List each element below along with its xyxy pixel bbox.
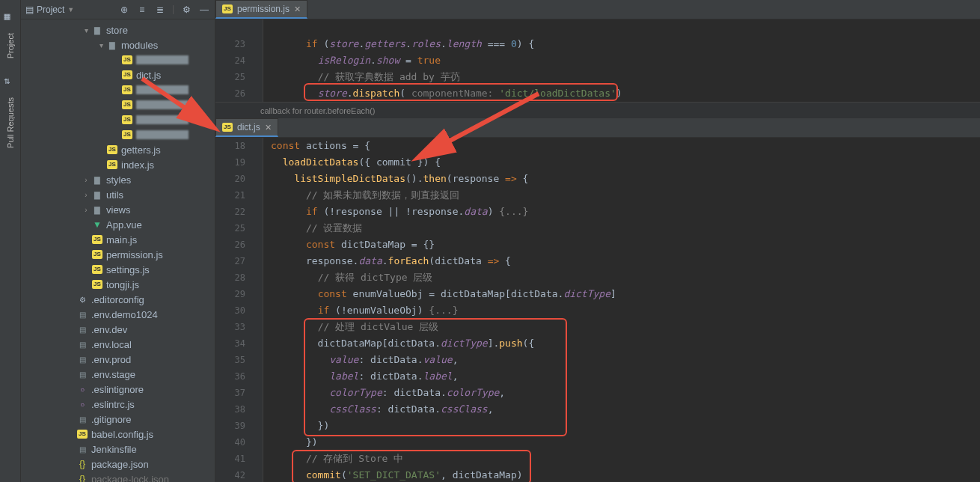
code-line[interactable]: value: dictData.value,: [271, 352, 980, 368]
tree-node[interactable]: JStongji.js: [21, 277, 215, 292]
code-line[interactable]: response.data.forEach(dictData => {: [271, 253, 980, 269]
tree-node[interactable]: ○.eslintrc.js: [21, 397, 215, 412]
locate-icon[interactable]: ⊕: [118, 4, 130, 16]
tree-node[interactable]: JSdict.js: [21, 67, 215, 82]
tree-node[interactable]: ○.eslintignore: [21, 382, 215, 397]
settings-icon[interactable]: ⚙: [180, 4, 192, 16]
code-line[interactable]: // 获得 dictType 层级: [271, 269, 980, 286]
tree-node[interactable]: JSgetters.js: [21, 142, 215, 157]
rail-project[interactable]: Project: [6, 27, 15, 64]
tree-node[interactable]: JS: [21, 82, 215, 97]
code-line[interactable]: store.dispatch( componentName: 'dict/loa…: [271, 85, 980, 102]
tree-label: package.json: [91, 459, 149, 470]
code-lines[interactable]: if (store.getters.roles.length === 0) { …: [263, 19, 980, 102]
code-line[interactable]: const enumValueObj = dictDataMap[dictDat…: [271, 286, 980, 302]
tree-label: .env.demo1024: [91, 309, 158, 320]
code-line[interactable]: }): [271, 418, 980, 434]
project-select-icon[interactable]: ▤: [25, 4, 34, 15]
code-line[interactable]: label: dictData.label,: [271, 368, 980, 385]
code-line[interactable]: // 存储到 Store 中: [271, 451, 980, 467]
code-line[interactable]: // 如果未加载到数据，则直接返回: [271, 187, 980, 204]
tree-node[interactable]: ▤.env.prod: [21, 352, 215, 367]
tree-node[interactable]: ›▇views: [21, 202, 215, 217]
hide-icon[interactable]: —: [198, 4, 210, 16]
js-file-icon: JS: [107, 145, 117, 154]
code-area-bottom[interactable]: 1819202122252627282930333435363738394041…: [215, 138, 980, 482]
tree-label: .env.stage: [91, 369, 135, 380]
code-line[interactable]: }): [271, 434, 980, 451]
code-area-top[interactable]: 23242526 if (store.getters.roles.length …: [215, 19, 980, 102]
tree-node[interactable]: ▤.env.dev: [21, 322, 215, 337]
tree-arrow-icon[interactable]: ›: [81, 176, 91, 184]
rail-pull-requests[interactable]: Pull Requests: [6, 91, 15, 154]
tree-node[interactable]: JS: [21, 112, 215, 127]
tree-node[interactable]: JSsettings.js: [21, 262, 215, 277]
tree-node[interactable]: JSbabel.config.js: [21, 427, 215, 442]
code-line[interactable]: const dictDataMap = {}: [271, 237, 980, 253]
pull-requests-icon[interactable]: ⇅: [4, 75, 16, 87]
code-line[interactable]: if (!response || !response.data) {...}: [271, 204, 980, 220]
collapse-all-icon[interactable]: ≣: [154, 4, 166, 16]
eslint-icon: ○: [76, 398, 88, 410]
tree-node[interactable]: JSindex.js: [21, 157, 215, 172]
tree-arrow-icon[interactable]: ▾: [96, 41, 106, 49]
file-tree[interactable]: ▾▇store▾▇modulesJSJSdict.jsJSJSJSJSJSget…: [21, 19, 215, 482]
tree-node[interactable]: {}package.json: [21, 457, 215, 472]
tree-node[interactable]: JS: [21, 52, 215, 67]
tree-node[interactable]: ▤.env.stage: [21, 367, 215, 382]
tree-node[interactable]: ▤.env.demo1024: [21, 307, 215, 322]
tree-node[interactable]: ▾▇modules: [21, 37, 215, 52]
tree-node[interactable]: JSmain.js: [21, 232, 215, 247]
code-line[interactable]: dictDataMap[dictData.dictType].push({: [271, 335, 980, 352]
tree-node[interactable]: ›▇utils: [21, 187, 215, 202]
code-line[interactable]: cssClass: dictData.cssClass,: [271, 401, 980, 418]
code-line[interactable]: if (store.getters.roles.length === 0) {: [271, 36, 980, 52]
project-tool-icon[interactable]: ▦: [4, 10, 16, 22]
tree-node[interactable]: ▾▇store: [21, 22, 215, 37]
js-file-icon: JS: [92, 280, 102, 289]
close-icon[interactable]: ✕: [294, 4, 301, 14]
tree-node[interactable]: JS: [21, 127, 215, 142]
js-file-icon: JS: [77, 430, 88, 439]
code-line[interactable]: if (!enumValueObj) {...}: [271, 302, 980, 319]
tree-node[interactable]: {}package-lock.json: [21, 472, 215, 482]
code-line[interactable]: // 获取字典数据 add by 芋芿: [271, 69, 980, 85]
tree-arrow-icon[interactable]: ▾: [81, 26, 91, 34]
code-line[interactable]: commit('SET_DICT_DATAS', dictDataMap): [271, 467, 980, 482]
close-icon[interactable]: ✕: [265, 123, 272, 132]
tree-node[interactable]: ▤Jenkinsfile: [21, 442, 215, 457]
tree-node[interactable]: ▼App.vue: [21, 217, 215, 232]
js-file-icon: JS: [122, 85, 132, 94]
code-line[interactable]: colorType: dictData.colorType,: [271, 385, 980, 401]
tree-label: .editorconfig: [91, 294, 144, 305]
project-title[interactable]: Project: [37, 4, 64, 15]
breadcrumb[interactable]: callback for router.beforeEach(): [215, 102, 980, 118]
code-line[interactable]: listSimpleDictDatas().then(response => {: [271, 171, 980, 187]
fold-gutter[interactable]: [253, 19, 263, 102]
code-line[interactable]: const actions = {: [271, 138, 980, 154]
tab-permission[interactable]: JS permission.js ✕: [215, 0, 307, 19]
tree-label: .env.dev: [91, 324, 127, 335]
js-file-icon: JS: [122, 55, 132, 64]
tree-node[interactable]: JSpermission.js: [21, 247, 215, 262]
tree-node[interactable]: JS: [21, 97, 215, 112]
code-lines[interactable]: const actions = { loadDictDatas({ commit…: [263, 138, 980, 482]
tree-node[interactable]: ⚙.editorconfig: [21, 292, 215, 307]
code-line[interactable]: [271, 19, 980, 36]
project-dropdown-icon[interactable]: ▼: [67, 6, 74, 13]
tree-arrow-icon[interactable]: ›: [81, 191, 91, 199]
code-line[interactable]: isRelogin.show = true: [271, 52, 980, 69]
code-line[interactable]: // 设置数据: [271, 220, 980, 237]
tree-arrow-icon[interactable]: ›: [81, 206, 91, 214]
tree-node[interactable]: ▤.env.local: [21, 337, 215, 352]
sidebar-header: ▤ Project ▼ ⊕ ≡ ≣ | ⚙ —: [21, 0, 215, 19]
line-gutter: 23242526: [215, 19, 253, 102]
tree-node[interactable]: ▤.gitignore: [21, 412, 215, 427]
code-line[interactable]: loadDictDatas({ commit }) {: [271, 154, 980, 171]
tree-node[interactable]: ›▇styles: [21, 172, 215, 187]
tab-dict[interactable]: JS dict.js ✕: [215, 118, 278, 137]
expand-all-icon[interactable]: ≡: [136, 4, 148, 16]
fold-gutter[interactable]: [253, 138, 263, 482]
js-file-icon: JS: [222, 4, 233, 13]
code-line[interactable]: // 处理 dictValue 层级: [271, 319, 980, 335]
